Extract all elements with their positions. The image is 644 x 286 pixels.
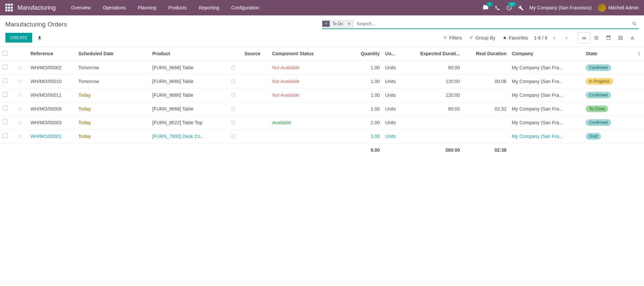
cell-source [242,74,269,88]
row-checkbox[interactable] [3,65,7,69]
cell-quantity: 1.00 [348,74,383,88]
cell-company: My Company (San Fra... [509,61,583,74]
pager-value[interactable]: 1-6 / 6 [534,35,547,41]
status-badge: Draft [586,133,601,140]
status-badge: Confirmed [586,92,611,98]
th-real[interactable]: Real Duration [463,47,509,61]
cell-expected: 60:00 [404,61,463,74]
nav-overview[interactable]: Overview [65,1,97,14]
table-row[interactable]: ☆ WH/MO/00003 Today [FURN_8522] Table To… [0,116,644,129]
clock-icon[interactable] [228,102,241,116]
clock-icon[interactable] [228,74,241,88]
main-navbar: Manufacturing Overview Operations Planni… [0,0,644,15]
th-expected[interactable]: Expected Durati... [404,47,463,61]
cell-product: [FURN_9666] Table [150,88,228,102]
search-icon[interactable] [631,19,639,28]
star-icon[interactable]: ☆ [17,133,22,139]
star-icon[interactable]: ☆ [17,120,22,125]
th-uom[interactable]: Uo... [382,47,404,61]
cell-uom: Units [382,88,404,102]
table-row[interactable]: ☆ WH/MO/00009 Today [FURN_9666] Table 1.… [0,102,644,116]
row-checkbox[interactable] [3,133,7,138]
app-brand[interactable]: Manufacturing [17,4,56,11]
th-product[interactable]: Product [150,47,228,61]
nav-configuration[interactable]: Configuration [225,1,265,14]
view-list-icon[interactable] [578,32,590,43]
th-company[interactable]: Company [509,47,583,61]
cell-scheduled: Today [76,102,150,116]
phone-icon[interactable] [495,5,500,10]
cell-product: [FURN_9666] Table [150,74,228,88]
table-row[interactable]: ☆ WH/MO/00001 Today [FURN_7800] Desk Co.… [0,129,644,143]
cell-real: 02:32 [463,102,509,116]
cell-uom: Units [382,116,404,129]
cell-source [242,61,269,74]
search-input[interactable] [355,20,631,28]
row-checkbox[interactable] [3,120,7,124]
row-checkbox[interactable] [3,78,7,83]
view-calendar-icon[interactable] [602,32,614,43]
nav-products[interactable]: Products [162,1,193,14]
messages-badge: 7 [486,2,492,7]
row-checkbox[interactable] [3,92,7,97]
apps-menu-icon[interactable] [5,4,13,12]
total-qty: 9.00 [348,143,383,157]
clock-icon[interactable] [228,88,241,102]
messages-icon[interactable]: 7 [483,5,489,11]
nav-reporting[interactable]: Reporting [193,1,225,14]
cell-company: My Company (San Fra... [509,74,583,88]
view-graph-icon[interactable] [627,32,639,43]
cell-company: My Company (San Fra... [509,88,583,102]
company-selector[interactable]: My Company (San Francisco) [530,5,592,10]
pager-next-icon[interactable] [561,34,572,42]
control-panel: Manufacturing Orders To Do ✕ CREATE [0,15,644,47]
th-source[interactable]: Source [242,47,269,61]
cell-reference: WH/MO/00009 [28,102,76,116]
clock-icon[interactable] [228,129,241,143]
favorites-button[interactable]: Favorites [503,35,528,41]
cell-source [242,129,269,143]
pager-prev-icon[interactable] [549,34,559,42]
th-state[interactable]: State [583,47,631,61]
view-kanban-icon[interactable] [590,32,602,43]
cell-uom: Units [382,129,404,143]
create-button[interactable]: CREATE [5,33,32,43]
total-expected: 360:00 [404,143,463,157]
nav-planning[interactable]: Planning [132,1,162,14]
th-component-status[interactable]: Component Status [269,47,347,61]
view-pivot-icon[interactable] [614,32,627,43]
groupby-button[interactable]: Group By [470,35,495,41]
table-row[interactable]: ☆ WH/MO/00002 Tomorrow [FURN_9666] Table… [0,61,644,74]
filters-button[interactable]: Filters [443,35,462,41]
activities-icon[interactable]: 27 [506,5,512,11]
nav-operations[interactable]: Operations [97,1,131,14]
cell-quantity: 2.00 [348,116,383,129]
table-row[interactable]: ☆ WH/MO/00011 Today [FURN_9666] Table No… [0,88,644,102]
star-icon[interactable]: ☆ [17,106,22,112]
facet-remove-icon[interactable]: ✕ [345,20,353,27]
th-reference[interactable]: Reference [28,47,76,61]
clock-icon[interactable] [228,116,241,129]
cell-component-status: Not Available [269,61,347,74]
row-checkbox[interactable] [3,106,7,111]
cell-component-status [269,129,347,143]
status-badge: To Close [586,105,608,112]
star-icon[interactable]: ☆ [17,92,22,98]
star-icon[interactable]: ☆ [17,65,22,70]
debug-icon[interactable] [518,5,524,10]
th-scheduled[interactable]: Scheduled Date [76,47,150,61]
cell-quantity: 3.00 [348,129,383,143]
star-icon[interactable]: ☆ [17,78,22,84]
cell-reference: WH/MO/00011 [28,88,76,102]
user-menu[interactable]: Mitchell Admin [598,4,639,12]
th-quantity[interactable]: Quantity [348,47,383,61]
data-table: Reference Scheduled Date Product Source … [0,47,644,157]
table-row[interactable]: ☆ WH/MO/00010 Tomorrow [FURN_9666] Table… [0,74,644,88]
cell-product: [FURN_9666] Table [150,61,228,74]
select-all-checkbox[interactable] [3,51,7,56]
columns-more-icon[interactable]: ⋮ [631,47,644,61]
groupby-label: Group By [476,35,495,41]
import-icon[interactable] [37,35,42,41]
cell-quantity: 1.00 [348,61,383,74]
clock-icon[interactable] [228,61,241,74]
